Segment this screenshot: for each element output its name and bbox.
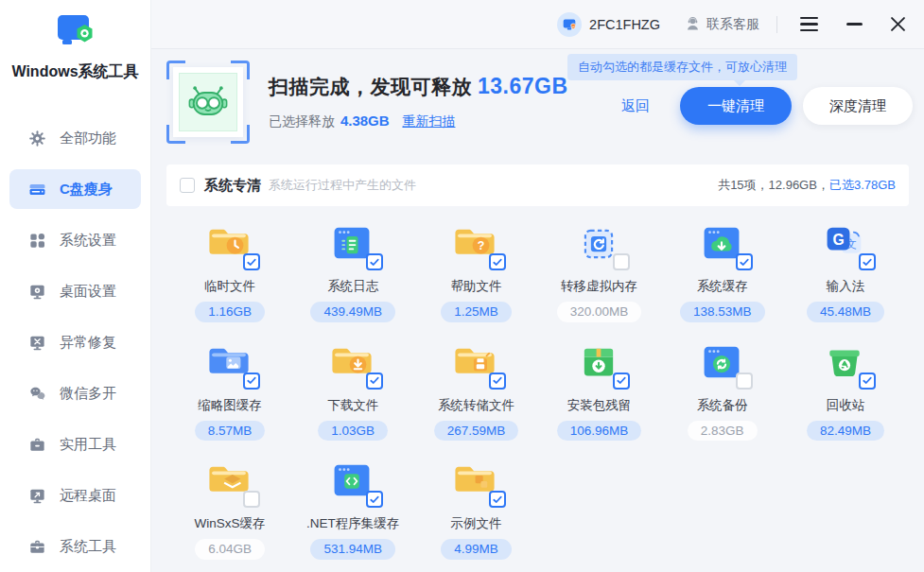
item-checkbox[interactable] bbox=[243, 253, 260, 270]
cleanup-item[interactable]: 系统日志439.49MB bbox=[291, 219, 414, 322]
item-size-badge: 106.96MB bbox=[557, 421, 642, 442]
sidebar-item-label: 系统工具 bbox=[60, 538, 116, 556]
cleanup-item[interactable]: 系统缓存138.53MB bbox=[661, 219, 784, 322]
item-checkbox[interactable] bbox=[736, 373, 753, 390]
system-clean-section: 系统专清 系统运行过程中产生的文件 共15项，12.96GB，已选3.78GB bbox=[166, 165, 909, 206]
item-checkbox[interactable] bbox=[489, 253, 506, 270]
item-label: 下载文件 bbox=[327, 397, 378, 414]
toolbox-icon bbox=[28, 436, 46, 454]
cleanup-item[interactable]: 系统转储文件267.59MB bbox=[414, 338, 537, 442]
scan-result-header: 扫描完成，发现可释放13.67GB 已选择释放 4.38GB 重新扫描 自动勾选… bbox=[151, 49, 924, 161]
cleanup-tooltip: 自动勾选的都是缓存文件，可放心清理 bbox=[567, 54, 797, 80]
sidebar-item-toolbox[interactable]: 实用工具 bbox=[9, 425, 141, 464]
cleanup-item[interactable]: 系统备份2.83GB bbox=[661, 338, 784, 442]
one-click-clean-button[interactable]: 一键清理 bbox=[680, 87, 792, 125]
minimize-button[interactable] bbox=[843, 19, 866, 28]
chip-refresh-icon bbox=[574, 219, 625, 270]
summary-total: 共15项，12.96GB， bbox=[718, 178, 829, 192]
cleanup-item[interactable]: 转移虚拟内存320.00MB bbox=[538, 219, 661, 322]
item-checkbox[interactable] bbox=[859, 253, 876, 270]
back-button[interactable]: 返回 bbox=[616, 96, 655, 116]
monitor-repair-icon bbox=[28, 334, 46, 352]
folder-image-icon bbox=[204, 338, 255, 390]
main-area: 2FC1FHZG 联系客服 bbox=[151, 0, 924, 572]
item-checkbox[interactable] bbox=[366, 491, 383, 508]
sidebar-item-label: 异常修复 bbox=[60, 334, 116, 352]
cleanup-item[interactable]: WinSxS缓存6.04GB bbox=[168, 457, 291, 560]
item-label: 帮助文件 bbox=[450, 278, 501, 295]
item-size-badge: 82.49MB bbox=[807, 421, 884, 442]
folder-question-icon: ? bbox=[450, 219, 501, 270]
scan-title-text: 扫描完成，发现可释放 bbox=[269, 76, 472, 97]
window-code-icon bbox=[327, 457, 378, 508]
rescan-link[interactable]: 重新扫描 bbox=[402, 113, 455, 129]
selected-prefix: 已选择释放 bbox=[269, 113, 335, 129]
item-size-badge: 267.59MB bbox=[434, 421, 519, 442]
sidebar-item-wechat[interactable]: 微信多开 bbox=[9, 373, 141, 413]
item-label: .NET程序集缓存 bbox=[306, 515, 399, 532]
item-checkbox[interactable] bbox=[489, 491, 506, 508]
sidebar-item-gear[interactable]: 全部功能 bbox=[9, 118, 141, 158]
sidebar: Windows系统工具 全部功能C盘瘦身系统设置桌面设置异常修复微信多开实用工具… bbox=[0, 0, 151, 572]
item-label: 安装包残留 bbox=[567, 397, 632, 414]
scan-title: 扫描完成，发现可释放13.67GB bbox=[269, 74, 568, 100]
svg-text:G: G bbox=[832, 232, 844, 248]
item-checkbox[interactable] bbox=[243, 373, 260, 390]
titlebar-divider bbox=[776, 16, 777, 33]
item-checkbox[interactable] bbox=[243, 491, 260, 508]
cleanup-item[interactable]: 临时文件1.16GB bbox=[168, 219, 291, 322]
sidebar-item-grid[interactable]: 系统设置 bbox=[9, 220, 141, 260]
item-size-badge: 138.53MB bbox=[680, 302, 765, 322]
sidebar-menu: 全部功能C盘瘦身系统设置桌面设置异常修复微信多开实用工具远程桌面系统工具 bbox=[0, 82, 150, 566]
deep-clean-button[interactable]: 深度清理 bbox=[803, 87, 913, 125]
item-size-badge: 320.00MB bbox=[557, 302, 642, 322]
cleanup-item[interactable]: .NET程序集缓存531.94MB bbox=[291, 457, 414, 560]
item-label: 缩略图缓存 bbox=[198, 397, 262, 414]
item-label: 输入法 bbox=[827, 278, 865, 295]
item-checkbox[interactable] bbox=[366, 373, 383, 390]
select-all-checkbox[interactable] bbox=[180, 178, 195, 193]
cleanup-item[interactable]: 示例文件4.99MB bbox=[414, 457, 537, 560]
cleanup-item[interactable]: 文G输入法45.48MB bbox=[784, 219, 907, 322]
selected-size: 4.38GB bbox=[340, 113, 390, 129]
item-checkbox[interactable] bbox=[736, 253, 753, 270]
item-size-badge: 1.16GB bbox=[195, 302, 265, 322]
item-size-badge: 8.57MB bbox=[195, 421, 266, 442]
folder-sample-icon bbox=[450, 457, 501, 508]
item-label: 系统转储文件 bbox=[438, 397, 514, 414]
item-checkbox[interactable] bbox=[489, 373, 506, 390]
app-title: Windows系统工具 bbox=[0, 62, 150, 82]
cleanup-item[interactable]: 缩略图缓存8.57MB bbox=[168, 338, 291, 442]
sidebar-item-drive[interactable]: C盘瘦身 bbox=[9, 169, 141, 209]
folder-clock-icon bbox=[204, 219, 255, 270]
cleanup-item[interactable]: 安装包残留106.96MB bbox=[538, 338, 661, 442]
item-checkbox[interactable] bbox=[613, 253, 630, 270]
section-summary: 共15项，12.96GB，已选3.78GB bbox=[718, 177, 896, 194]
menu-button[interactable] bbox=[796, 13, 822, 36]
sidebar-item-monitor-repair[interactable]: 异常修复 bbox=[9, 322, 141, 362]
item-label: WinSxS缓存 bbox=[195, 515, 266, 532]
cleanup-item[interactable]: 回收站82.49MB bbox=[784, 338, 907, 442]
recycle-bin-icon bbox=[820, 338, 871, 390]
sidebar-item-monitor-gear[interactable]: 桌面设置 bbox=[9, 271, 141, 311]
item-label: 回收站 bbox=[827, 397, 865, 414]
item-checkbox[interactable] bbox=[613, 373, 630, 390]
device-id-chip[interactable]: 2FC1FHZG bbox=[557, 12, 660, 37]
releasable-size: 13.67GB bbox=[478, 74, 568, 98]
minimize-icon bbox=[846, 23, 863, 25]
translate-icon: 文G bbox=[820, 219, 871, 270]
cleanup-item[interactable]: ?帮助文件1.25MB bbox=[414, 219, 537, 322]
sidebar-item-briefcase[interactable]: 系统工具 bbox=[9, 527, 141, 566]
item-checkbox[interactable] bbox=[859, 373, 876, 390]
contact-support-button[interactable]: 联系客服 bbox=[685, 16, 759, 33]
sidebar-item-remote-desktop[interactable]: 远程桌面 bbox=[9, 476, 141, 515]
drive-icon bbox=[28, 181, 46, 199]
sidebar-item-label: 系统设置 bbox=[60, 232, 116, 250]
item-checkbox[interactable] bbox=[366, 253, 383, 270]
cleanup-item[interactable]: 下载文件1.03GB bbox=[291, 338, 414, 442]
sidebar-item-label: 全部功能 bbox=[60, 130, 116, 147]
close-button[interactable] bbox=[887, 13, 909, 35]
scan-robot-icon bbox=[166, 61, 250, 144]
sidebar-item-label: 实用工具 bbox=[60, 436, 116, 454]
item-label: 系统日志 bbox=[327, 278, 378, 295]
